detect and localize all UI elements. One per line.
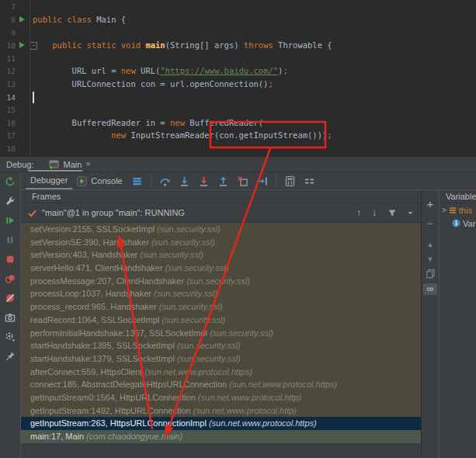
tab-debugger-label: Debugger [30, 175, 68, 185]
frame-package: (sun.net.www.protocol.https) [209, 418, 317, 428]
code-editor[interactable]: 78public class Main {910− public static … [0, 0, 476, 156]
chevron-right-icon[interactable]: > [442, 206, 446, 214]
code-line-11[interactable]: 11 [0, 52, 476, 65]
line-number: 16 [0, 116, 16, 130]
stack-frame-row[interactable]: connect:185, AbstractDelegateHttpsURLCon… [21, 378, 421, 391]
move-up-icon[interactable]: ▲ [427, 241, 434, 248]
wrench-icon[interactable] [5, 196, 16, 206]
close-icon[interactable]: × [85, 160, 90, 168]
variables-header: Variables [440, 190, 476, 203]
code-line-18[interactable]: 18 [0, 142, 476, 155]
run-gutter-icon[interactable] [19, 42, 25, 48]
frame-location: connect:185, AbstractDelegateHttpsURLCon… [30, 380, 229, 389]
line-number: 8 [0, 13, 16, 26]
code-line-15[interactable]: 15 [0, 103, 476, 116]
frame-location: process_record:965, Handshaker [30, 302, 159, 311]
code-line-12[interactable]: 12 URL url = new URL("https://www.baidu.… [0, 64, 476, 78]
code-line-7[interactable]: 7 [0, 0, 476, 13]
frame-package: (sun.security.ssl) [151, 238, 215, 247]
code-line-16[interactable]: 16 BufferedReader in = new BufferedReade… [0, 116, 476, 130]
stack-frame-row[interactable]: startHandshake:1395, SSLSocketImpl (sun.… [21, 339, 421, 352]
frame-package: (sun.security.ssl) [140, 250, 203, 259]
copy-icon[interactable] [426, 269, 436, 279]
move-up-arrow-icon[interactable]: ↑ [356, 208, 361, 217]
stack-frame-row[interactable]: readRecord:1064, SSLSocketImpl (sun.secu… [21, 314, 421, 327]
console-window-icon [49, 159, 59, 169]
step-out-icon[interactable] [217, 175, 229, 187]
frames-side-toolbar: + − ▲ ▼ ∞ [421, 190, 439, 458]
code-text: URL url = new URL("https://www.baidu.com… [33, 64, 288, 78]
stack-frame-row[interactable]: setVersion:2155, SSLSocketImpl (sun.secu… [21, 223, 421, 236]
settings-gear-icon[interactable] [5, 331, 16, 342]
chevron-down-icon[interactable] [407, 210, 414, 217]
stack-frame-row[interactable]: main:17, Main (com.chaodongyue.main) [21, 430, 421, 443]
drop-frame-icon[interactable] [237, 175, 248, 187]
resume-icon[interactable] [5, 215, 16, 226]
debug-left-toolbar [0, 172, 21, 458]
variable-row-this[interactable]: > this [440, 203, 476, 217]
text-caret [33, 92, 34, 103]
mute-breakpoints-icon[interactable] [5, 293, 16, 304]
stack-frame-row[interactable]: processMessage:207, ClientHandshaker (su… [21, 275, 421, 288]
toolbar-separator [151, 175, 151, 187]
debug-session-tab-label: Main [63, 160, 82, 169]
variable-row-info[interactable]: Var [440, 217, 476, 230]
code-line-13[interactable]: 13 URLConnection con = url.openConnectio… [0, 78, 476, 91]
pause-icon[interactable] [5, 234, 16, 245]
frame-package: (sun.security.ssl) [154, 289, 217, 298]
filter-funnel-icon[interactable] [387, 208, 397, 217]
stack-frame-row[interactable]: processLoop:1037, Handshaker (sun.securi… [21, 287, 421, 300]
thread-check-icon [27, 208, 37, 218]
frame-location: serverHello:471, ClientHandshaker [30, 263, 165, 272]
run-gutter-icon[interactable] [19, 16, 25, 23]
frame-package: (sun.security.ssl) [159, 302, 223, 311]
show-watches-icon[interactable]: ∞ [423, 283, 437, 295]
code-text: new InputStreamReader(con.getInputStream… [33, 129, 332, 142]
code-line-17[interactable]: 17 new InputStreamReader(con.getInputStr… [0, 129, 476, 142]
stack-frame-row[interactable]: afterConnect:559, HttpsClient (sun.net.w… [21, 366, 421, 379]
camera-icon[interactable] [5, 312, 16, 323]
remove-icon[interactable]: − [427, 217, 434, 230]
line-number: 11 [0, 52, 16, 65]
stack-frame-row[interactable]: startHandshake:1379, SSLSocketImpl (sun.… [21, 352, 421, 366]
line-number: 17 [0, 129, 16, 142]
frame-package: (sun.security.ssl) [157, 224, 221, 234]
toolbar-separator [276, 175, 276, 187]
stack-frame-row[interactable]: setVersion:403, Handshaker (sun.security… [21, 248, 421, 262]
restore-layout-icon[interactable] [304, 175, 315, 187]
code-line-10[interactable]: 10− public static void main(String[] arg… [0, 39, 476, 52]
pin-icon[interactable] [5, 351, 16, 362]
frame-package: (sun.net.www.protocol.https) [144, 367, 252, 376]
force-step-into-icon[interactable] [198, 175, 210, 187]
frame-package: (sun.net.www.protocol.https) [229, 380, 337, 389]
stack-frame-row[interactable]: getInputStream:1492, HttpURLConnection (… [21, 404, 421, 418]
code-line-8[interactable]: 8public class Main { [0, 13, 476, 26]
move-down-arrow-icon[interactable]: ↓ [372, 208, 377, 217]
code-line-9[interactable]: 9 [0, 26, 476, 40]
frame-package: (sun.net.www.protocol.http) [193, 406, 297, 415]
stack-frame-row[interactable]: performInitialHandshake:1367, SSLSocketI… [21, 327, 421, 340]
tab-console[interactable]: Console [72, 172, 127, 189]
run-to-cursor-icon[interactable] [256, 175, 268, 187]
frames-list: setVersion:2155, SSLSocketImpl (sun.secu… [21, 223, 421, 443]
code-text: public class Main { [33, 13, 126, 26]
add-icon[interactable]: + [427, 197, 434, 210]
stack-frame-row[interactable]: getInputStream0:1564, HttpURLConnection … [21, 391, 421, 404]
step-into-icon[interactable] [179, 175, 190, 187]
stop-icon[interactable] [5, 254, 16, 265]
code-line-14[interactable]: 14 [0, 91, 476, 104]
tab-debugger[interactable]: Debugger [26, 172, 72, 189]
thread-selector[interactable]: "main"@1 in group "main": RUNNING ↑ ↓ [21, 203, 421, 223]
move-down-icon[interactable]: ▼ [427, 255, 434, 263]
frame-location: readRecord:1064, SSLSocketImpl [30, 315, 162, 324]
rerun-icon[interactable] [5, 176, 16, 187]
line-number: 9 [0, 26, 16, 40]
stack-frame-row[interactable]: getInputStream:263, HttpsURLConnectionIm… [21, 417, 421, 430]
evaluate-calculator-icon[interactable] [284, 175, 296, 187]
view-breakpoints-icon[interactable] [5, 273, 16, 284]
step-over-icon[interactable] [159, 175, 171, 187]
stack-frame-row[interactable]: setVersionSE:390, Handshaker (sun.securi… [21, 236, 421, 249]
stack-frame-row[interactable]: serverHello:471, ClientHandshaker (sun.s… [21, 262, 421, 275]
stack-frame-row[interactable]: process_record:965, Handshaker (sun.secu… [21, 300, 421, 314]
threads-list-icon[interactable] [131, 175, 143, 187]
